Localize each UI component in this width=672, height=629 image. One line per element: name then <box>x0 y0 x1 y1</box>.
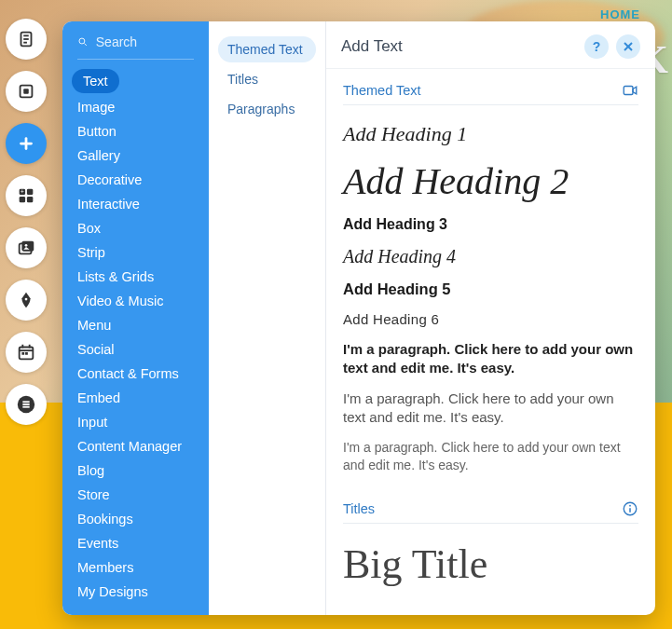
editor-icon-rail: + <box>6 19 50 425</box>
svg-line-28 <box>84 43 86 45</box>
themed-paragraph-2[interactable]: I'm a paragraph. Click here to add your … <box>343 390 638 426</box>
category-item[interactable]: Text <box>72 69 119 93</box>
subcategory-item[interactable]: Themed Text <box>218 36 316 62</box>
search-row[interactable] <box>62 34 209 59</box>
pages-icon <box>16 29 36 49</box>
calendar-icon <box>16 342 36 362</box>
category-item[interactable]: Contact & Forms <box>62 362 209 386</box>
category-item[interactable]: Events <box>62 531 209 555</box>
themed-heading-5[interactable]: Add Heading 5 <box>343 280 638 298</box>
category-item[interactable]: Lists & Grids <box>62 265 209 289</box>
pen-button[interactable] <box>6 280 47 321</box>
category-item[interactable]: Button <box>62 119 209 144</box>
content-body: Themed Text Add Heading 1 Add Heading 2 … <box>326 69 655 607</box>
subcategory-item[interactable]: Titles <box>218 66 316 92</box>
content-column: Add Text ? Themed Text Add Heading 1 Add… <box>326 21 655 615</box>
search-icon <box>77 35 89 48</box>
themed-heading-1[interactable]: Add Heading 1 <box>343 122 638 146</box>
category-item[interactable]: Interactive <box>62 192 209 216</box>
section-label: Titles <box>343 501 375 516</box>
list-icon <box>16 394 36 415</box>
category-item[interactable]: Decorative <box>62 168 209 192</box>
svg-point-34 <box>629 505 631 507</box>
category-item[interactable]: Box <box>62 216 209 240</box>
svg-rect-10 <box>20 197 25 202</box>
category-item[interactable]: Input <box>62 410 209 434</box>
divider <box>77 59 194 60</box>
category-item[interactable]: Embed <box>62 386 209 410</box>
subcategory-item[interactable]: Paragraphs <box>218 96 316 122</box>
themed-paragraph-3[interactable]: I'm a paragraph. Click here to add your … <box>343 439 638 474</box>
add-button[interactable] <box>6 123 47 164</box>
media-button[interactable] <box>6 227 47 268</box>
svg-rect-22 <box>25 352 28 355</box>
category-item[interactable]: Strip <box>62 240 209 265</box>
svg-rect-14 <box>21 241 34 252</box>
media-icon <box>16 238 36 258</box>
category-item[interactable]: Gallery <box>62 144 209 168</box>
pages-button[interactable] <box>6 19 47 60</box>
apps-button[interactable]: + <box>6 175 47 216</box>
svg-rect-5 <box>23 89 29 94</box>
category-item[interactable]: Video & Music <box>62 289 209 313</box>
category-item[interactable]: Social <box>62 337 209 362</box>
themed-heading-6[interactable]: Add Heading 6 <box>343 311 638 327</box>
add-icon <box>16 133 36 154</box>
apps-icon: + <box>16 185 36 206</box>
category-item[interactable]: Bookings <box>62 507 209 531</box>
add-panel: TextImageButtonGalleryDecorativeInteract… <box>62 21 655 615</box>
themed-heading-4[interactable]: Add Heading 4 <box>343 246 638 267</box>
category-column: TextImageButtonGalleryDecorativeInteract… <box>62 21 209 615</box>
category-item[interactable]: Members <box>62 555 209 580</box>
page-title: Add Text <box>341 37 403 56</box>
section-header-titles: Titles <box>343 500 638 524</box>
themed-heading-2[interactable]: Add Heading 2 <box>343 159 638 203</box>
title-preset-big[interactable]: Big Title <box>343 540 638 588</box>
svg-text:+: + <box>21 188 24 195</box>
background-button[interactable] <box>6 71 47 112</box>
svg-point-15 <box>25 244 28 247</box>
background-icon <box>16 81 36 102</box>
category-item[interactable]: Menu <box>62 313 209 337</box>
help-button[interactable]: ? <box>584 34 609 59</box>
svg-rect-31 <box>624 87 633 95</box>
category-item[interactable]: Blog <box>62 458 209 483</box>
info-icon[interactable] <box>622 500 638 517</box>
content-header: Add Text ? <box>326 21 655 69</box>
pen-icon <box>16 290 36 310</box>
category-item[interactable]: Content Manager <box>62 434 209 458</box>
themed-paragraph-1[interactable]: I'm a paragraph. Click here to add your … <box>343 340 638 376</box>
themed-heading-3[interactable]: Add Heading 3 <box>343 216 638 233</box>
svg-rect-21 <box>21 352 24 355</box>
category-item[interactable]: Store <box>62 483 209 507</box>
category-item[interactable]: Image <box>62 95 209 119</box>
video-tutorial-icon[interactable] <box>622 82 638 99</box>
search-input[interactable] <box>96 34 194 49</box>
category-item[interactable]: My Designs <box>62 580 209 604</box>
svg-rect-11 <box>27 197 33 202</box>
close-icon <box>623 41 634 52</box>
list-button[interactable] <box>6 384 47 425</box>
calendar-button[interactable] <box>6 332 47 373</box>
close-button[interactable] <box>616 34 640 59</box>
svg-point-16 <box>25 298 28 301</box>
section-header-themed: Themed Text <box>343 82 638 105</box>
nav-home-link[interactable]: HOME <box>600 7 640 21</box>
subcategory-column: Themed TextTitlesParagraphs <box>209 21 326 615</box>
svg-point-27 <box>79 38 85 44</box>
section-label: Themed Text <box>343 83 421 98</box>
svg-rect-9 <box>27 189 33 195</box>
category-list: TextImageButtonGalleryDecorativeInteract… <box>62 67 209 604</box>
